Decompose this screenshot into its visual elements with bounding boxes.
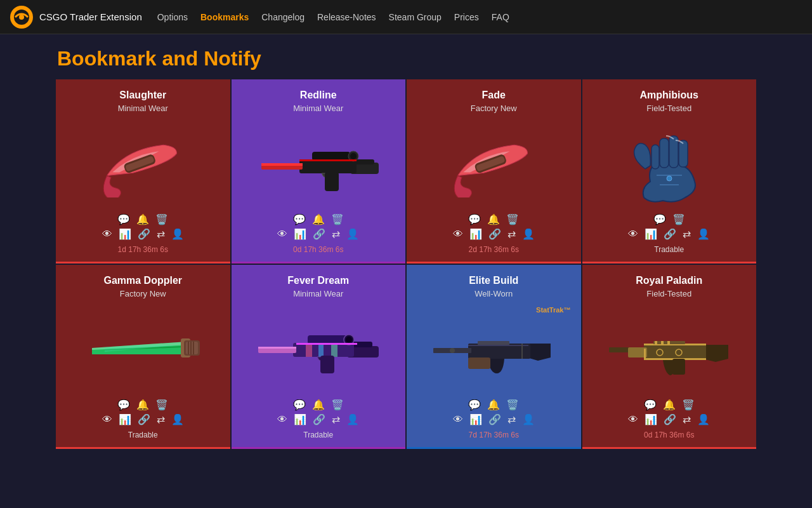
chat-icon-fever-dream[interactable]: 💬: [293, 399, 306, 411]
bell-icon-fever-dream[interactable]: 🔔: [312, 399, 325, 411]
eye-icon-elite-build[interactable]: 👁: [453, 414, 463, 425]
item-status-slaughter: 1d 17h 36m 6s: [118, 245, 168, 254]
trash-icon-royal-paladin[interactable]: 🗑️: [682, 399, 695, 411]
item-actions-fade: 💬 🔔 🗑️ 👁 📊 🔗 ⇄ 👤 2d 17h 36m 6s: [414, 213, 573, 254]
link-icon-amphibious[interactable]: 🔗: [664, 228, 676, 240]
link-icon-royal-paladin[interactable]: 🔗: [664, 413, 676, 425]
nav-steam-group[interactable]: Steam Group: [389, 12, 442, 22]
link-icon-elite-build[interactable]: 🔗: [488, 413, 501, 425]
trash-icon-elite-build[interactable]: 🗑️: [506, 399, 519, 411]
nav-release-notes[interactable]: Release-Notes: [317, 12, 376, 22]
swap-icon-slaughter[interactable]: ⇄: [157, 228, 165, 240]
bell-icon-fade[interactable]: 🔔: [487, 213, 500, 225]
trash-icon-gamma-doppler[interactable]: 🗑️: [155, 399, 168, 411]
chat-icon-amphibious[interactable]: 💬: [653, 213, 666, 225]
svg-rect-27: [186, 342, 198, 354]
trash-icon-fever-dream[interactable]: 🗑️: [331, 399, 344, 411]
item-wear-amphibious: Field-Tested: [646, 104, 691, 113]
item-name-gamma-doppler: Gamma Doppler: [103, 275, 182, 286]
chat-icon-slaughter[interactable]: 💬: [117, 213, 130, 225]
trash-icon-amphibious[interactable]: 🗑️: [672, 213, 685, 225]
chart-icon-gamma-doppler[interactable]: 📊: [119, 413, 131, 425]
person-icon-gamma-doppler[interactable]: 👤: [171, 413, 184, 425]
nav-prices[interactable]: Prices: [454, 12, 479, 22]
chart-icon-slaughter[interactable]: 📊: [119, 228, 131, 240]
swap-icon-redline[interactable]: ⇄: [332, 228, 340, 240]
swap-icon-fever-dream[interactable]: ⇄: [332, 413, 340, 425]
swap-icon-amphibious[interactable]: ⇄: [683, 228, 691, 240]
nav-faq[interactable]: FAQ: [492, 12, 509, 22]
item-card-elite-build: Elite Build Well-Worn StatTrak™: [407, 265, 581, 449]
person-icon-fever-dream[interactable]: 👤: [346, 413, 359, 425]
trash-icon-fade[interactable]: 🗑️: [506, 213, 519, 225]
link-icon-fade[interactable]: 🔗: [488, 228, 501, 240]
eye-icon-fever-dream[interactable]: 👁: [277, 414, 287, 425]
svg-rect-39: [296, 343, 357, 345]
item-status-fade: 2d 17h 36m 6s: [469, 245, 519, 254]
person-icon-elite-build[interactable]: 👤: [522, 413, 535, 425]
trash-icon-redline[interactable]: 🗑️: [331, 213, 344, 225]
nav-changelog[interactable]: Changelog: [261, 12, 304, 22]
bell-icon-redline[interactable]: 🔔: [312, 213, 325, 225]
action-row-top-royal-paladin: 💬 🔔 🗑️: [644, 399, 695, 411]
chart-icon-elite-build[interactable]: 📊: [469, 413, 482, 425]
chat-icon-gamma-doppler[interactable]: 💬: [117, 399, 130, 411]
bell-icon-elite-build[interactable]: 🔔: [487, 399, 500, 411]
chart-icon-amphibious[interactable]: 📊: [645, 228, 657, 240]
svg-rect-8: [312, 152, 350, 161]
nav-bookmarks[interactable]: Bookmarks: [200, 12, 249, 22]
chat-icon-fade[interactable]: 💬: [468, 213, 481, 225]
bell-icon-royal-paladin[interactable]: 🔔: [663, 399, 676, 411]
trash-icon-slaughter[interactable]: 🗑️: [155, 213, 168, 225]
chat-icon-elite-build[interactable]: 💬: [468, 399, 481, 411]
person-icon-amphibious[interactable]: 👤: [697, 228, 710, 240]
svg-rect-14: [299, 159, 357, 161]
svg-point-36: [346, 337, 352, 343]
item-card-slaughter: Slaughter Minimal Wear 💬 🔔 🗑️: [56, 79, 230, 264]
eye-icon-royal-paladin[interactable]: 👁: [628, 414, 638, 425]
link-icon-gamma-doppler[interactable]: 🔗: [138, 413, 150, 425]
bell-icon-gamma-doppler[interactable]: 🔔: [136, 399, 149, 411]
eye-icon-amphibious[interactable]: 👁: [628, 229, 638, 240]
item-wear-gamma-doppler: Factory New: [120, 289, 166, 298]
link-icon-redline[interactable]: 🔗: [313, 228, 325, 240]
action-row-bottom-fever-dream: 👁 📊 🔗 ⇄ 👤: [277, 413, 359, 425]
navbar-brand: CSGO Trader Extension: [39, 11, 142, 22]
item-name-fade: Fade: [482, 90, 506, 101]
swap-icon-fade[interactable]: ⇄: [508, 228, 516, 240]
svg-point-23: [667, 176, 672, 181]
item-name-royal-paladin: Royal Paladin: [636, 275, 702, 286]
chart-icon-royal-paladin[interactable]: 📊: [645, 413, 657, 425]
person-icon-royal-paladin[interactable]: 👤: [697, 413, 710, 425]
chat-icon-redline[interactable]: 💬: [293, 213, 306, 225]
person-icon-fade[interactable]: 👤: [522, 228, 535, 240]
swap-icon-elite-build[interactable]: ⇄: [508, 413, 516, 425]
eye-icon-slaughter[interactable]: 👁: [102, 229, 112, 240]
swap-icon-royal-paladin[interactable]: ⇄: [683, 413, 691, 425]
items-grid: Slaughter Minimal Wear 💬 🔔 🗑️: [0, 79, 812, 468]
action-row-top-gamma-doppler: 💬 🔔 🗑️: [117, 399, 168, 411]
chat-icon-royal-paladin[interactable]: 💬: [644, 399, 657, 411]
eye-icon-fade[interactable]: 👁: [453, 229, 463, 240]
link-icon-slaughter[interactable]: 🔗: [138, 228, 150, 240]
person-icon-redline[interactable]: 👤: [346, 228, 359, 240]
swap-icon-gamma-doppler[interactable]: ⇄: [157, 413, 165, 425]
nav-options[interactable]: Options: [157, 12, 188, 22]
eye-icon-redline[interactable]: 👁: [277, 229, 287, 240]
bell-icon-slaughter[interactable]: 🔔: [136, 213, 149, 225]
item-image-slaughter: [63, 118, 223, 207]
chart-icon-redline[interactable]: 📊: [294, 228, 306, 240]
chart-icon-fade[interactable]: 📊: [469, 228, 482, 240]
item-wear-fever-dream: Minimal Wear: [293, 289, 343, 298]
action-row-top-redline: 💬 🔔 🗑️: [293, 213, 344, 225]
item-image-elite-build: StatTrak™: [414, 304, 573, 392]
chart-icon-fever-dream[interactable]: 📊: [294, 413, 306, 425]
eye-icon-gamma-doppler[interactable]: 👁: [102, 414, 112, 425]
item-image-fade: [414, 118, 573, 207]
action-row-bottom-royal-paladin: 👁 📊 🔗 ⇄ 👤: [628, 413, 710, 425]
svg-rect-34: [308, 335, 347, 344]
person-icon-slaughter[interactable]: 👤: [171, 228, 184, 240]
item-image-fever-dream: [239, 304, 398, 392]
link-icon-fever-dream[interactable]: 🔗: [313, 413, 325, 425]
item-status-amphibious: Tradable: [654, 245, 684, 254]
